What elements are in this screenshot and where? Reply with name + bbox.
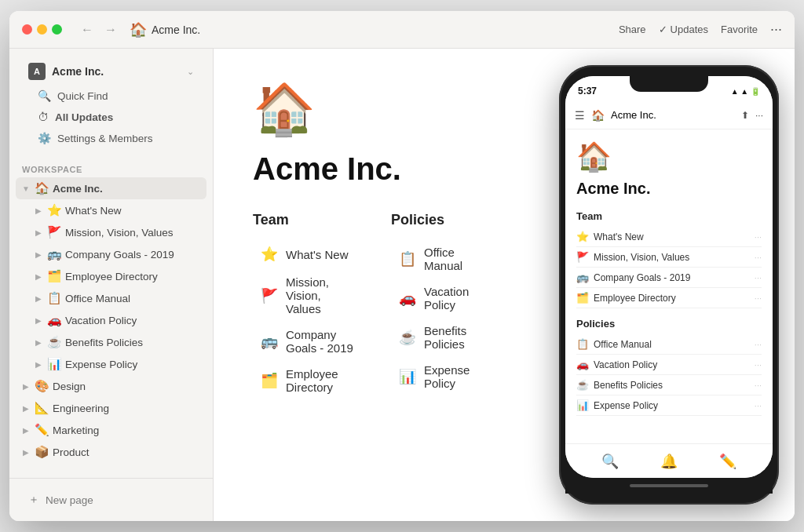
policy-list-item[interactable]: ☕ Benefits Policies <box>391 318 504 357</box>
tree-caret-icon: ▶ <box>20 382 31 391</box>
team-list-item[interactable]: ⭐ What's New <box>253 239 366 269</box>
phone-policy-list-item[interactable]: 📋 Office Manual ··· <box>576 334 762 355</box>
gear-icon: ⚙️ <box>38 132 51 144</box>
tree-caret-icon: ▶ <box>33 338 44 347</box>
forward-button[interactable]: → <box>101 21 120 38</box>
phone-policy-list-item[interactable]: 🚗 Vacation Policy ··· <box>576 355 762 375</box>
phone-list-left: 🗂️ Employee Directory <box>576 292 676 304</box>
tree-item-label: Design <box>53 381 86 392</box>
tree-item-emoji: 📦 <box>35 445 49 459</box>
tree-item-label: Marketing <box>53 425 99 436</box>
phone-page-emoji: 🏠 <box>576 140 762 173</box>
phone-area: 5:37 ▲ ▲ 🔋 ☰ 🏠 Acme Inc. ⬆ ··· 🏠 <box>543 49 795 521</box>
back-button[interactable]: ← <box>78 21 97 38</box>
sidebar-tree-item[interactable]: ▶ ⭐ What's New <box>16 199 206 221</box>
phone-list-label: Office Manual <box>594 339 652 350</box>
share-button[interactable]: Share <box>619 24 646 35</box>
section-item-label: What's New <box>286 248 349 261</box>
phone-compose-icon[interactable]: ✏️ <box>719 453 736 470</box>
phone-list-left: 🚗 Vacation Policy <box>576 359 657 370</box>
phone-list-left: 📋 Office Manual <box>576 338 652 350</box>
sidebar-tree-item[interactable]: ▶ ✏️ Marketing <box>16 419 206 441</box>
policy-item-emoji: 📋 <box>399 250 416 268</box>
tree-item-label: Office Manual <box>65 293 130 304</box>
sidebar-tree-item[interactable]: ▶ 🎨 Design <box>16 375 206 397</box>
sidebar: A Acme Inc. ⌄ 🔍 Quick Find ⏱ All Updates… <box>9 49 214 521</box>
tree-caret-icon: ▶ <box>33 294 44 303</box>
phone-page-title: Acme Inc. <box>576 180 762 198</box>
sidebar-tree-item[interactable]: ▶ 📊 Expense Policy <box>16 353 206 375</box>
phone-policy-list-item[interactable]: 📊 Expense Policy ··· <box>576 395 762 416</box>
policy-list-item[interactable]: 🚗 Vacation Policy <box>391 279 504 318</box>
team-list-item[interactable]: 🚌 Company Goals - 2019 <box>253 322 366 361</box>
workspace-caret-icon: ⌄ <box>187 67 194 77</box>
updates-button[interactable]: ✓ Updates <box>659 24 708 35</box>
more-button[interactable]: ··· <box>770 21 782 38</box>
phone-item-dots-icon[interactable]: ··· <box>755 273 762 282</box>
policy-list-item[interactable]: 📋 Office Manual <box>391 239 504 279</box>
phone-item-dots-icon[interactable]: ··· <box>755 253 762 262</box>
favorite-button[interactable]: Favorite <box>721 24 758 35</box>
team-list-item[interactable]: 🗂️ Employee Directory <box>253 361 366 400</box>
sidebar-tree-item[interactable]: ▶ 📦 Product <box>16 441 206 463</box>
nav-buttons: ← → <box>78 21 120 38</box>
tree-caret-icon: ▶ <box>33 272 44 281</box>
phone-team-list-item[interactable]: ⭐ What's New ··· <box>576 227 762 247</box>
close-button[interactable] <box>22 24 32 35</box>
title-bar: ← → 🏠 Acme Inc. Share ✓ Updates Favorite… <box>9 11 795 49</box>
phone-item-dots-icon[interactable]: ··· <box>755 232 762 242</box>
tree-item-label: Company Goals - 2019 <box>65 249 174 261</box>
section-item-label: Mission, Vision, Values <box>286 275 358 315</box>
sidebar-tree-item[interactable]: ▶ 🚗 Vacation Policy <box>16 309 206 331</box>
phone-team-list-item[interactable]: 🚩 Mission, Vision, Values ··· <box>576 247 762 268</box>
tree-item-emoji: 🚌 <box>47 247 62 261</box>
maximize-button[interactable] <box>52 24 62 35</box>
all-updates-item[interactable]: ⏱ All Updates <box>28 107 194 127</box>
phone-share-icon[interactable]: ⬆ <box>741 110 749 121</box>
workspace-name[interactable]: A Acme Inc. ⌄ <box>22 58 200 85</box>
tree-item-label: Vacation Policy <box>65 315 137 326</box>
team-list-item[interactable]: 🚩 Mission, Vision, Values <box>253 269 366 322</box>
phone-team-list-item[interactable]: 🚌 Company Goals - 2019 ··· <box>576 268 762 288</box>
sidebar-tree-item[interactable]: ▶ 📋 Office Manual <box>16 287 206 309</box>
policy-list-item[interactable]: 📊 Expense Policy <box>391 357 504 396</box>
tree-item-emoji: ☕ <box>47 335 62 349</box>
tree-caret-icon: ▶ <box>33 228 44 237</box>
phone-bell-icon[interactable]: 🔔 <box>660 453 678 470</box>
search-icon: 🔍 <box>38 89 51 102</box>
phone-item-dots-icon[interactable]: ··· <box>755 360 762 370</box>
phone-list-label: Employee Directory <box>594 293 676 304</box>
phone-time: 5:37 <box>578 86 597 97</box>
phone-team-list-item[interactable]: 🗂️ Employee Directory ··· <box>576 288 762 308</box>
phone-list-label: Benefits Policies <box>594 380 663 391</box>
phone-list-emoji: 📋 <box>576 338 589 350</box>
phone-item-dots-icon[interactable]: ··· <box>755 293 762 303</box>
phone-item-dots-icon[interactable]: ··· <box>755 401 762 410</box>
phone-team-list: ⭐ What's New ··· 🚩 Mission, Vision, Valu… <box>576 227 762 308</box>
phone-list-emoji: 🚩 <box>576 251 589 263</box>
sidebar-tree-item[interactable]: ▶ 🚌 Company Goals - 2019 <box>16 243 206 265</box>
tree-caret-icon: ▶ <box>33 316 44 325</box>
phone-item-dots-icon[interactable]: ··· <box>755 340 762 349</box>
sidebar-tree-item[interactable]: ▶ 📐 Engineering <box>16 397 206 419</box>
quick-find-item[interactable]: 🔍 Quick Find <box>28 86 194 106</box>
tree-item-label: Expense Policy <box>65 359 137 370</box>
phone-policy-list-item[interactable]: ☕ Benefits Policies ··· <box>576 375 762 395</box>
phone-notch <box>630 76 708 92</box>
tree-item-emoji: 🎨 <box>35 379 49 393</box>
policy-item-label: Expense Policy <box>424 363 496 390</box>
phone-more-icon[interactable]: ··· <box>755 110 763 121</box>
new-page-button[interactable]: ＋ New page <box>22 488 200 512</box>
hamburger-icon[interactable]: ☰ <box>575 109 585 122</box>
phone-item-dots-icon[interactable]: ··· <box>755 381 762 390</box>
tree-item-emoji: 🏠 <box>35 181 49 195</box>
sidebar-tree-item[interactable]: ▶ ☕ Benefits Policies <box>16 331 206 353</box>
sidebar-tree-item[interactable]: ▶ 🗂️ Employee Directory <box>16 265 206 287</box>
phone-list-left: 📊 Expense Policy <box>576 399 658 411</box>
sidebar-tree-item[interactable]: ▼ 🏠 Acme Inc. <box>16 177 206 199</box>
minimize-button[interactable] <box>37 24 47 35</box>
policy-item-label: Vacation Policy <box>424 285 496 312</box>
settings-item[interactable]: ⚙️ Settings & Members <box>28 128 194 148</box>
sidebar-tree-item[interactable]: ▶ 🚩 Mission, Vision, Values <box>16 221 206 243</box>
phone-search-icon[interactable]: 🔍 <box>601 453 619 470</box>
